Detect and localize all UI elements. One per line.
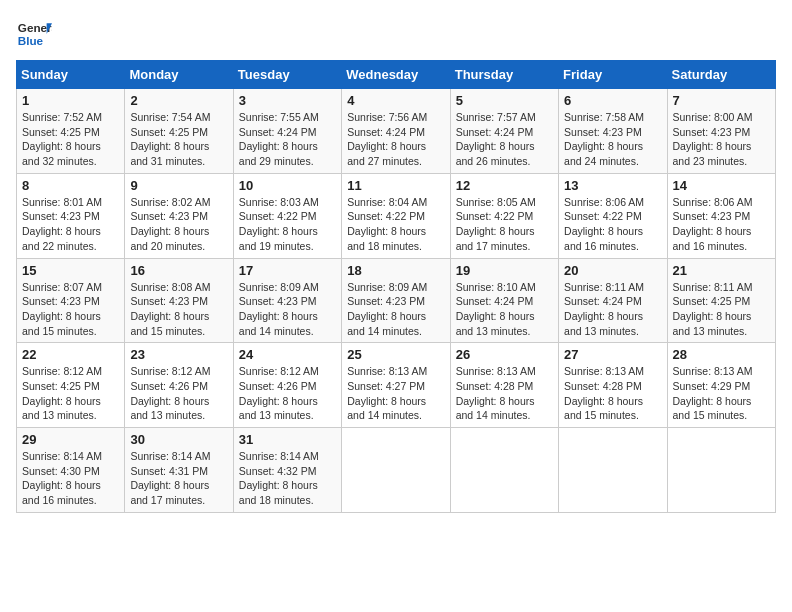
day-cell: 13Sunrise: 8:06 AMSunset: 4:22 PMDayligh…: [559, 173, 667, 258]
day-cell: 4Sunrise: 7:56 AMSunset: 4:24 PMDaylight…: [342, 89, 450, 174]
page-header: General Blue: [16, 16, 776, 52]
day-cell: 15Sunrise: 8:07 AMSunset: 4:23 PMDayligh…: [17, 258, 125, 343]
day-info: Sunrise: 8:06 AMSunset: 4:22 PMDaylight:…: [564, 195, 661, 254]
day-cell: 30Sunrise: 8:14 AMSunset: 4:31 PMDayligh…: [125, 428, 233, 513]
day-cell: 25Sunrise: 8:13 AMSunset: 4:27 PMDayligh…: [342, 343, 450, 428]
day-number: 17: [239, 263, 336, 278]
day-cell: 5Sunrise: 7:57 AMSunset: 4:24 PMDaylight…: [450, 89, 558, 174]
weekday-header-sunday: Sunday: [17, 61, 125, 89]
day-number: 4: [347, 93, 444, 108]
day-cell: 1Sunrise: 7:52 AMSunset: 4:25 PMDaylight…: [17, 89, 125, 174]
day-cell: 29Sunrise: 8:14 AMSunset: 4:30 PMDayligh…: [17, 428, 125, 513]
logo-icon: General Blue: [16, 16, 52, 52]
day-info: Sunrise: 8:14 AMSunset: 4:30 PMDaylight:…: [22, 449, 119, 508]
day-number: 11: [347, 178, 444, 193]
weekday-header-thursday: Thursday: [450, 61, 558, 89]
day-number: 30: [130, 432, 227, 447]
day-number: 25: [347, 347, 444, 362]
day-info: Sunrise: 8:13 AMSunset: 4:27 PMDaylight:…: [347, 364, 444, 423]
day-cell: [450, 428, 558, 513]
day-number: 7: [673, 93, 770, 108]
day-number: 16: [130, 263, 227, 278]
day-cell: 21Sunrise: 8:11 AMSunset: 4:25 PMDayligh…: [667, 258, 775, 343]
week-row-3: 15Sunrise: 8:07 AMSunset: 4:23 PMDayligh…: [17, 258, 776, 343]
day-cell: 24Sunrise: 8:12 AMSunset: 4:26 PMDayligh…: [233, 343, 341, 428]
week-row-5: 29Sunrise: 8:14 AMSunset: 4:30 PMDayligh…: [17, 428, 776, 513]
day-cell: 8Sunrise: 8:01 AMSunset: 4:23 PMDaylight…: [17, 173, 125, 258]
day-number: 10: [239, 178, 336, 193]
day-info: Sunrise: 8:14 AMSunset: 4:32 PMDaylight:…: [239, 449, 336, 508]
day-number: 26: [456, 347, 553, 362]
day-info: Sunrise: 8:04 AMSunset: 4:22 PMDaylight:…: [347, 195, 444, 254]
day-cell: 23Sunrise: 8:12 AMSunset: 4:26 PMDayligh…: [125, 343, 233, 428]
day-info: Sunrise: 8:09 AMSunset: 4:23 PMDaylight:…: [347, 280, 444, 339]
day-number: 22: [22, 347, 119, 362]
day-number: 28: [673, 347, 770, 362]
day-cell: 20Sunrise: 8:11 AMSunset: 4:24 PMDayligh…: [559, 258, 667, 343]
day-cell: 14Sunrise: 8:06 AMSunset: 4:23 PMDayligh…: [667, 173, 775, 258]
day-info: Sunrise: 8:14 AMSunset: 4:31 PMDaylight:…: [130, 449, 227, 508]
day-number: 12: [456, 178, 553, 193]
day-info: Sunrise: 8:11 AMSunset: 4:25 PMDaylight:…: [673, 280, 770, 339]
day-cell: 6Sunrise: 7:58 AMSunset: 4:23 PMDaylight…: [559, 89, 667, 174]
day-number: 8: [22, 178, 119, 193]
week-row-4: 22Sunrise: 8:12 AMSunset: 4:25 PMDayligh…: [17, 343, 776, 428]
day-info: Sunrise: 8:12 AMSunset: 4:26 PMDaylight:…: [239, 364, 336, 423]
day-cell: 10Sunrise: 8:03 AMSunset: 4:22 PMDayligh…: [233, 173, 341, 258]
week-row-1: 1Sunrise: 7:52 AMSunset: 4:25 PMDaylight…: [17, 89, 776, 174]
day-number: 29: [22, 432, 119, 447]
day-info: Sunrise: 8:13 AMSunset: 4:28 PMDaylight:…: [456, 364, 553, 423]
day-number: 24: [239, 347, 336, 362]
day-info: Sunrise: 7:52 AMSunset: 4:25 PMDaylight:…: [22, 110, 119, 169]
day-info: Sunrise: 8:11 AMSunset: 4:24 PMDaylight:…: [564, 280, 661, 339]
day-number: 13: [564, 178, 661, 193]
day-info: Sunrise: 8:07 AMSunset: 4:23 PMDaylight:…: [22, 280, 119, 339]
day-number: 19: [456, 263, 553, 278]
weekday-header-wednesday: Wednesday: [342, 61, 450, 89]
day-number: 5: [456, 93, 553, 108]
day-cell: 7Sunrise: 8:00 AMSunset: 4:23 PMDaylight…: [667, 89, 775, 174]
day-info: Sunrise: 8:13 AMSunset: 4:29 PMDaylight:…: [673, 364, 770, 423]
day-info: Sunrise: 8:02 AMSunset: 4:23 PMDaylight:…: [130, 195, 227, 254]
day-cell: 27Sunrise: 8:13 AMSunset: 4:28 PMDayligh…: [559, 343, 667, 428]
day-cell: 11Sunrise: 8:04 AMSunset: 4:22 PMDayligh…: [342, 173, 450, 258]
day-cell: [559, 428, 667, 513]
day-info: Sunrise: 8:05 AMSunset: 4:22 PMDaylight:…: [456, 195, 553, 254]
day-cell: 2Sunrise: 7:54 AMSunset: 4:25 PMDaylight…: [125, 89, 233, 174]
day-info: Sunrise: 8:10 AMSunset: 4:24 PMDaylight:…: [456, 280, 553, 339]
day-cell: [667, 428, 775, 513]
weekday-header-tuesday: Tuesday: [233, 61, 341, 89]
calendar-table: SundayMondayTuesdayWednesdayThursdayFrid…: [16, 60, 776, 513]
day-number: 6: [564, 93, 661, 108]
weekday-header-saturday: Saturday: [667, 61, 775, 89]
day-cell: 31Sunrise: 8:14 AMSunset: 4:32 PMDayligh…: [233, 428, 341, 513]
day-cell: [342, 428, 450, 513]
day-cell: 16Sunrise: 8:08 AMSunset: 4:23 PMDayligh…: [125, 258, 233, 343]
day-cell: 17Sunrise: 8:09 AMSunset: 4:23 PMDayligh…: [233, 258, 341, 343]
day-cell: 19Sunrise: 8:10 AMSunset: 4:24 PMDayligh…: [450, 258, 558, 343]
day-number: 3: [239, 93, 336, 108]
day-info: Sunrise: 8:06 AMSunset: 4:23 PMDaylight:…: [673, 195, 770, 254]
day-number: 20: [564, 263, 661, 278]
day-info: Sunrise: 7:57 AMSunset: 4:24 PMDaylight:…: [456, 110, 553, 169]
day-number: 23: [130, 347, 227, 362]
day-info: Sunrise: 7:58 AMSunset: 4:23 PMDaylight:…: [564, 110, 661, 169]
day-number: 27: [564, 347, 661, 362]
day-cell: 22Sunrise: 8:12 AMSunset: 4:25 PMDayligh…: [17, 343, 125, 428]
day-cell: 28Sunrise: 8:13 AMSunset: 4:29 PMDayligh…: [667, 343, 775, 428]
day-number: 18: [347, 263, 444, 278]
day-info: Sunrise: 7:56 AMSunset: 4:24 PMDaylight:…: [347, 110, 444, 169]
weekday-header-row: SundayMondayTuesdayWednesdayThursdayFrid…: [17, 61, 776, 89]
week-row-2: 8Sunrise: 8:01 AMSunset: 4:23 PMDaylight…: [17, 173, 776, 258]
day-info: Sunrise: 8:00 AMSunset: 4:23 PMDaylight:…: [673, 110, 770, 169]
day-info: Sunrise: 8:01 AMSunset: 4:23 PMDaylight:…: [22, 195, 119, 254]
day-info: Sunrise: 8:12 AMSunset: 4:25 PMDaylight:…: [22, 364, 119, 423]
day-info: Sunrise: 8:09 AMSunset: 4:23 PMDaylight:…: [239, 280, 336, 339]
day-info: Sunrise: 7:55 AMSunset: 4:24 PMDaylight:…: [239, 110, 336, 169]
logo: General Blue: [16, 16, 52, 52]
day-cell: 9Sunrise: 8:02 AMSunset: 4:23 PMDaylight…: [125, 173, 233, 258]
day-cell: 26Sunrise: 8:13 AMSunset: 4:28 PMDayligh…: [450, 343, 558, 428]
day-cell: 12Sunrise: 8:05 AMSunset: 4:22 PMDayligh…: [450, 173, 558, 258]
day-number: 1: [22, 93, 119, 108]
day-number: 9: [130, 178, 227, 193]
